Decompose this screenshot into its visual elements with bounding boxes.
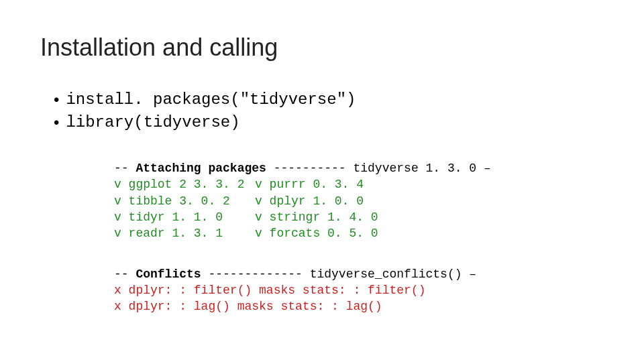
console-output: -- Attaching packages ---------- tidyver… xyxy=(114,160,604,314)
conflicts-header: Conflicts xyxy=(136,267,201,281)
conflict-lag: x dplyr: : lag() masks stats: : lag() xyxy=(114,298,604,314)
bullet-list: • install. packages("tidyverse") • libra… xyxy=(54,88,604,133)
pkg-tibble: v tibble 3. 0. 2 xyxy=(114,193,255,209)
pkg-forcats: v forcats 0. 5. 0 xyxy=(255,225,378,241)
bullet-library: • library(tidyverse) xyxy=(54,111,604,134)
conflict-filter: x dplyr: : filter() masks stats: : filte… xyxy=(114,282,604,298)
pkg-stringr: v stringr 1. 4. 0 xyxy=(255,209,378,225)
conflicts-header-rest: ------------- tidyverse_conflicts() – xyxy=(201,267,476,281)
attach-header-rest: ---------- tidyverse 1. 3. 0 – xyxy=(266,162,491,175)
conflicts-header-line: -- Conflicts ------------- tidyverse_con… xyxy=(114,266,604,282)
pkg-dplyr: v dplyr 1. 0. 0 xyxy=(255,193,364,209)
pkg-readr: v readr 1. 3. 1 xyxy=(114,225,255,241)
attach-row-1: v ggplot 2 3. 3. 2v purrr 0. 3. 4 xyxy=(114,176,604,192)
pkg-ggplot2: v ggplot 2 3. 3. 2 xyxy=(114,176,255,192)
attach-header-line: -- Attaching packages ---------- tidyver… xyxy=(114,160,604,176)
attach-row-2: v tibble 3. 0. 2v dplyr 1. 0. 0 xyxy=(114,193,604,209)
bullet-install: • install. packages("tidyverse") xyxy=(54,88,604,111)
bullet-install-text: install. packages("tidyverse") xyxy=(66,88,356,111)
attach-dashes: -- xyxy=(114,162,136,175)
bullet-dot-icon: • xyxy=(54,88,59,111)
conflicts-dashes: -- xyxy=(114,267,136,281)
bullet-dot-icon: • xyxy=(54,111,59,134)
attach-row-3: v tidyr 1. 1. 0v stringr 1. 4. 0 xyxy=(114,209,604,225)
pkg-purrr: v purrr 0. 3. 4 xyxy=(255,176,364,192)
page-title: Installation and calling xyxy=(40,34,604,62)
pkg-tidyr: v tidyr 1. 1. 0 xyxy=(114,209,255,225)
attach-header: Attaching packages xyxy=(136,162,266,175)
bullet-library-text: library(tidyverse) xyxy=(66,111,239,134)
attach-row-4: v readr 1. 3. 1v forcats 0. 5. 0 xyxy=(114,225,604,241)
